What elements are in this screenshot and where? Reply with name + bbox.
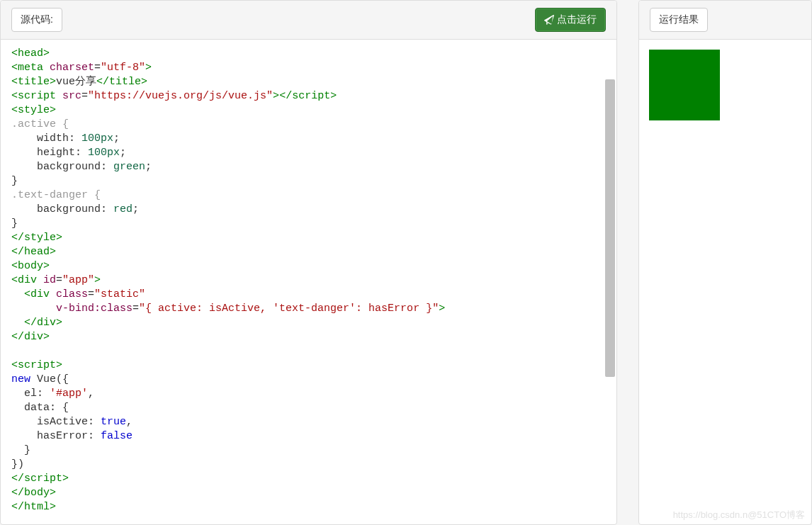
result-label-button[interactable]: 运行结果: [650, 8, 708, 32]
run-button[interactable]: 点击运行: [535, 8, 606, 32]
code-editor[interactable]: <head> <meta charset="utf-8"> <title>vue…: [1, 40, 616, 524]
run-button-label: 点击运行: [557, 13, 597, 27]
result-body: [639, 40, 811, 524]
result-panel: 运行结果: [638, 0, 812, 525]
paper-plane-icon: [544, 15, 554, 25]
result-panel-header: 运行结果: [639, 1, 811, 40]
code-content: <head> <meta charset="utf-8"> <title>vue…: [11, 47, 606, 514]
source-label-button[interactable]: 源代码:: [11, 8, 62, 32]
app-container: 源代码: 点击运行 <head> <meta charset="utf-8"> …: [0, 0, 812, 525]
scrollbar-thumb[interactable]: [605, 79, 615, 377]
result-green-box: [649, 50, 720, 120]
source-panel: 源代码: 点击运行 <head> <meta charset="utf-8"> …: [0, 0, 617, 525]
source-panel-header: 源代码: 点击运行: [1, 1, 616, 40]
